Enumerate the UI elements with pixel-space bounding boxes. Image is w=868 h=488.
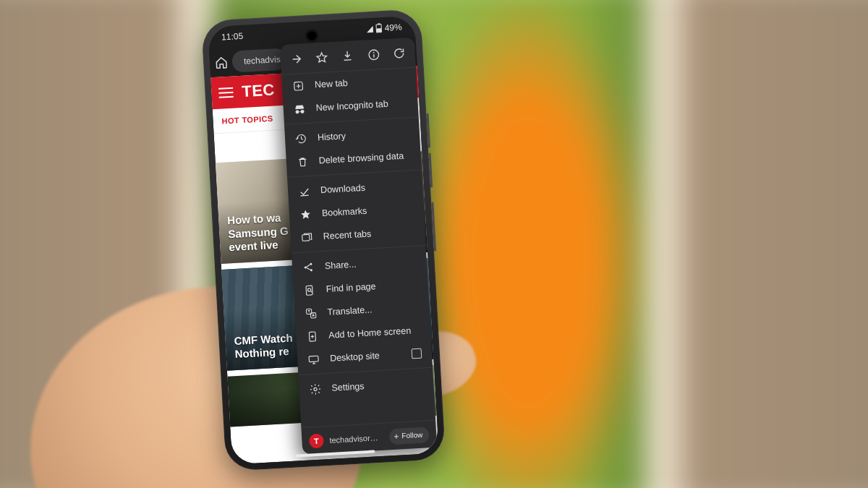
refresh-icon[interactable] (388, 42, 410, 64)
site-brand: TEC (242, 80, 276, 100)
forward-icon[interactable] (286, 48, 307, 69)
svg-point-13 (314, 388, 317, 390)
plus-box-icon (292, 80, 305, 93)
download-icon[interactable] (337, 45, 359, 67)
battery-percent: 49% (384, 22, 402, 33)
status-time: 11:05 (221, 31, 244, 43)
lock-icon (239, 58, 240, 66)
site-domain: techadvisor… (329, 432, 384, 444)
translate-icon (305, 307, 318, 320)
menu-label: Recent tabs (323, 226, 415, 241)
signal-icon (367, 25, 373, 32)
svg-rect-3 (302, 234, 310, 241)
trash-icon (296, 155, 309, 168)
plus-icon: + (393, 432, 399, 440)
menu-label: Share... (325, 256, 417, 271)
menu-label: Bookmarks (322, 203, 414, 218)
menu-settings[interactable]: Settings (299, 371, 434, 401)
svg-rect-12 (309, 356, 318, 361)
phone-frame: 11:05 49% techadvis TEC (201, 9, 446, 471)
download-done-icon (298, 184, 311, 197)
hamburger-icon[interactable] (218, 87, 234, 98)
overflow-menu: New tab New Incognito tab History Del (280, 38, 437, 455)
menu-label: Find in page (326, 279, 418, 294)
menu-label: Add to Home screen (328, 325, 421, 341)
phone-screen: 11:05 49% techadvis TEC (208, 15, 438, 464)
menu-label: New tab (315, 74, 407, 90)
svg-point-6 (310, 269, 312, 271)
menu-label: History (318, 127, 410, 142)
menu-list: New tab New Incognito tab History Del (281, 67, 435, 427)
follow-button[interactable]: + Follow (389, 427, 430, 445)
desktop-site-checkbox[interactable] (412, 348, 422, 359)
tabs-icon (300, 231, 313, 244)
svg-point-1 (373, 51, 374, 53)
site-favicon: T (309, 433, 324, 448)
menu-label: Delete browsing data (318, 150, 411, 166)
history-icon (295, 132, 308, 145)
menu-label: Translate... (327, 302, 420, 317)
gear-icon (309, 382, 322, 395)
desktop-icon (307, 353, 320, 366)
find-icon (303, 283, 316, 296)
menu-label: Desktop site (330, 349, 402, 364)
hot-topics-label: HOT TOPICS (221, 114, 273, 125)
add-home-icon (306, 330, 319, 343)
address-bar[interactable]: techadvis (231, 48, 288, 72)
url-text: techadvis (244, 54, 281, 67)
info-icon[interactable] (363, 43, 385, 65)
home-icon[interactable] (215, 56, 229, 69)
menu-label: New Incognito tab (315, 98, 408, 113)
svg-rect-7 (306, 286, 312, 295)
battery-icon (375, 24, 382, 33)
menu-label: Downloads (320, 180, 413, 195)
incognito-icon (293, 103, 306, 116)
star-icon[interactable] (312, 46, 333, 68)
menu-label: Settings (331, 378, 424, 393)
share-icon (302, 260, 315, 273)
follow-label: Follow (401, 431, 422, 440)
star-filled-icon (299, 207, 312, 221)
